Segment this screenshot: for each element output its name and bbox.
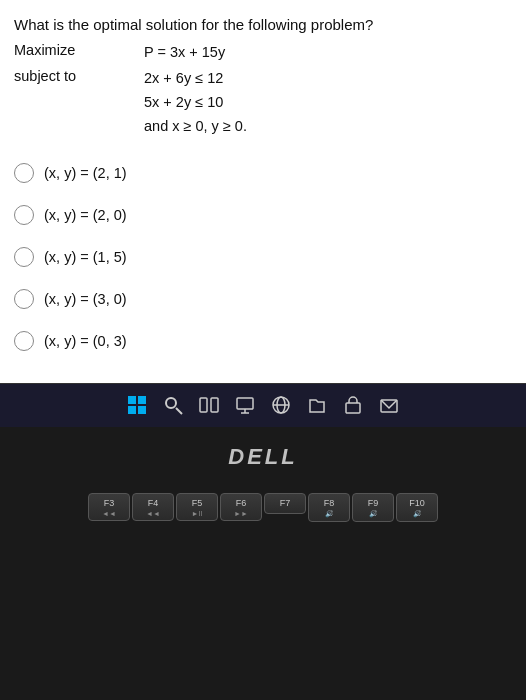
constraint-2: 5x + 2y ≤ 10 <box>144 94 223 110</box>
option-3-label: (x, y) = (1, 5) <box>44 249 127 265</box>
radio-option-5[interactable] <box>14 331 34 351</box>
taskbar <box>0 383 526 427</box>
option-4[interactable]: (x, y) = (3, 0) <box>14 289 512 309</box>
option-1[interactable]: (x, y) = (2, 1) <box>14 163 512 183</box>
svg-rect-0 <box>128 396 136 404</box>
key-f8[interactable]: F8 🔊 <box>308 493 350 522</box>
radio-option-2[interactable] <box>14 205 34 225</box>
constraint-3: and x ≥ 0, y ≥ 0. <box>144 118 247 134</box>
browser-icon[interactable] <box>268 392 294 418</box>
svg-line-5 <box>176 408 182 414</box>
files-icon[interactable] <box>304 392 330 418</box>
key-f3[interactable]: F3 ◄◄ <box>88 493 130 521</box>
key-f9[interactable]: F9 🔊 <box>352 493 394 522</box>
key-f7-label: F7 <box>280 498 291 508</box>
option-5-label: (x, y) = (0, 3) <box>44 333 127 349</box>
key-f6-sub: ►► <box>234 510 248 517</box>
svg-rect-2 <box>128 406 136 414</box>
key-f9-sub: 🔊 <box>369 510 378 518</box>
constraint-1: 2x + 6y ≤ 12 <box>144 70 223 86</box>
radio-option-1[interactable] <box>14 163 34 183</box>
key-f5-label: F5 <box>192 498 203 508</box>
option-1-label: (x, y) = (2, 1) <box>44 165 127 181</box>
key-f6[interactable]: F6 ►► <box>220 493 262 521</box>
objective-function: P = 3x + 15y <box>144 41 512 65</box>
maximize-label: Maximize <box>14 41 144 65</box>
option-5[interactable]: (x, y) = (0, 3) <box>14 331 512 351</box>
mail-icon[interactable] <box>376 392 402 418</box>
key-f3-label: F3 <box>104 498 115 508</box>
svg-rect-8 <box>237 398 253 409</box>
key-f4-sub: ◄◄ <box>146 510 160 517</box>
svg-rect-3 <box>138 406 146 414</box>
svg-point-4 <box>166 398 176 408</box>
key-f8-label: F8 <box>324 498 335 508</box>
key-f4[interactable]: F4 ◄◄ <box>132 493 174 521</box>
constraints: 2x + 6y ≤ 12 5x + 2y ≤ 10 and x ≥ 0, y ≥… <box>144 67 512 139</box>
question-area: What is the optimal solution for the fol… <box>0 0 526 157</box>
key-f4-label: F4 <box>148 498 159 508</box>
windows-icon[interactable] <box>124 392 150 418</box>
key-f8-sub: 🔊 <box>325 510 334 518</box>
dell-branding-area: DELL <box>0 427 526 487</box>
store-icon[interactable] <box>340 392 366 418</box>
key-f10-sub: 🔊 <box>413 510 422 518</box>
subject-to-label: subject to <box>14 67 144 139</box>
key-f3-sub: ◄◄ <box>102 510 116 517</box>
radio-option-4[interactable] <box>14 289 34 309</box>
key-f7[interactable]: F7 <box>264 493 306 514</box>
option-4-label: (x, y) = (3, 0) <box>44 291 127 307</box>
svg-rect-6 <box>200 398 207 412</box>
key-f9-label: F9 <box>368 498 379 508</box>
key-f10-label: F10 <box>409 498 425 508</box>
monitor-icon[interactable] <box>232 392 258 418</box>
key-f6-label: F6 <box>236 498 247 508</box>
option-3[interactable]: (x, y) = (1, 5) <box>14 247 512 267</box>
svg-rect-14 <box>346 403 360 413</box>
search-icon[interactable] <box>160 392 186 418</box>
key-f5-sub: ►II <box>192 510 203 517</box>
option-2[interactable]: (x, y) = (2, 0) <box>14 205 512 225</box>
question-title: What is the optimal solution for the fol… <box>14 14 512 35</box>
svg-rect-7 <box>211 398 218 412</box>
dell-logo: DELL <box>228 444 297 470</box>
problem-table: Maximize P = 3x + 15y subject to 2x + 6y… <box>14 41 512 139</box>
key-f5[interactable]: F5 ►II <box>176 493 218 521</box>
taskview-icon[interactable] <box>196 392 222 418</box>
options-area: (x, y) = (2, 1) (x, y) = (2, 0) (x, y) =… <box>0 157 526 383</box>
radio-option-3[interactable] <box>14 247 34 267</box>
option-2-label: (x, y) = (2, 0) <box>44 207 127 223</box>
key-f10[interactable]: F10 🔊 <box>396 493 438 522</box>
keyboard-area: F3 ◄◄ F4 ◄◄ F5 ►II F6 ►► F7 F8 🔊 F9 🔊 F1… <box>0 487 526 700</box>
svg-rect-1 <box>138 396 146 404</box>
